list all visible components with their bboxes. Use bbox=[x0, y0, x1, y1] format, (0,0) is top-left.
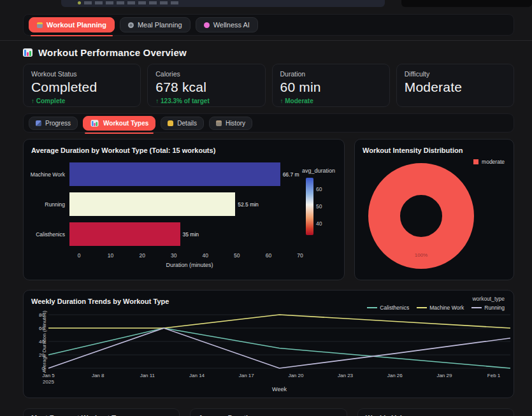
weightlifter-icon bbox=[37, 22, 43, 28]
divider bbox=[0, 40, 532, 41]
side-strip bbox=[401, 0, 532, 7]
stat-delta: ↑ 123.3% of target bbox=[155, 97, 257, 104]
bar-row: Calisthenics35 min bbox=[29, 222, 295, 246]
stat-label: Calories bbox=[155, 70, 257, 78]
donut-chart-panel: Workout Intensity Distribution moderate … bbox=[354, 139, 514, 280]
y-tick-label: 0 bbox=[42, 366, 45, 371]
y-tick-label: 20 bbox=[39, 352, 45, 358]
stat-cards: Workout Status Completed ↑ Complete Calo… bbox=[23, 64, 514, 107]
bar-value-label: 66.7 m bbox=[283, 171, 299, 178]
x-tick-label: Jan 17 bbox=[239, 373, 255, 378]
tab-history[interactable]: History bbox=[209, 117, 252, 130]
bar-chart-icon bbox=[23, 48, 32, 57]
tab-meal-planning[interactable]: Meal Planning bbox=[120, 17, 191, 32]
clipboard-icon bbox=[216, 120, 222, 126]
stat-label: Difficulty bbox=[405, 70, 506, 78]
y-tick-label: 40 bbox=[39, 339, 45, 345]
x-tick-label: 30 bbox=[171, 252, 176, 259]
stat-card-calories: Calories 678 kcal ↑ 123.3% of target bbox=[147, 64, 265, 107]
x-tick-label: Jan 20 bbox=[288, 373, 304, 378]
x-tick-label: Jan 5 bbox=[42, 373, 55, 378]
tab-label: Workout Types bbox=[103, 120, 148, 127]
bar-track: 52.5 min bbox=[69, 192, 291, 216]
bar-calisthenics bbox=[69, 222, 180, 246]
x-tick-label: Jan 29 bbox=[436, 373, 452, 378]
colorbar-tick: 50 bbox=[316, 203, 322, 210]
stat-value: Completed bbox=[31, 80, 133, 95]
tab-label: Wellness AI bbox=[213, 21, 250, 29]
tab-label: History bbox=[226, 120, 245, 127]
bar-machine-work bbox=[69, 162, 280, 186]
tab-workout-types[interactable]: Workout Types bbox=[83, 116, 155, 131]
sub-tab-bar: Progress Workout Types Details History bbox=[23, 113, 514, 133]
colorbar-tick: 60 bbox=[316, 186, 322, 192]
bottom-cards-row: Most Frequent Workout Type Average Durat… bbox=[23, 408, 514, 416]
donut-slice-label: 100% bbox=[415, 252, 428, 258]
bar-rows: Machine Work66.7 mRunning52.5 minCalisth… bbox=[29, 162, 295, 252]
bottom-card: Most Frequent Workout Type bbox=[23, 408, 180, 416]
line-series-machine-work bbox=[48, 315, 510, 328]
x-tick-label: 10 bbox=[108, 252, 113, 259]
bar-value-label: 52.5 min bbox=[238, 201, 259, 208]
bar-track: 35 min bbox=[69, 222, 291, 246]
x-tick-label: Jan 8 bbox=[92, 373, 104, 378]
tab-label: Workout Planning bbox=[47, 21, 106, 29]
y-tick-label: 80 bbox=[39, 312, 45, 318]
stat-card-workout-status: Workout Status Completed ↑ Complete bbox=[23, 64, 141, 107]
colorbar-gradient bbox=[306, 178, 313, 235]
plate-icon bbox=[128, 22, 134, 28]
tab-details[interactable]: Details bbox=[161, 117, 204, 130]
line-chart-panel: Weekly Duration Trends by Workout Type w… bbox=[23, 290, 514, 398]
x-tick-label: 50 bbox=[234, 252, 240, 259]
stat-value: 678 kcal bbox=[155, 80, 257, 95]
bar-chart-panel: Average Duration by Workout Type (Total:… bbox=[23, 139, 345, 280]
page-title: Workout Performance Overview bbox=[38, 47, 187, 58]
bar-x-axis-label: Duration (minutes) bbox=[79, 262, 300, 268]
tab-label: Details bbox=[177, 120, 197, 127]
x-tick-label: Jan 26 bbox=[387, 373, 403, 378]
status-dot-icon bbox=[78, 1, 81, 4]
donut-slice-moderate bbox=[384, 179, 458, 253]
x-tick-label: 40 bbox=[203, 252, 208, 259]
clipped-text bbox=[84, 1, 180, 4]
bar-category-label: Running bbox=[29, 201, 69, 208]
bar-value-label: 35 min bbox=[183, 231, 199, 238]
stat-card-difficulty: Difficulty Moderate bbox=[396, 64, 514, 107]
stat-label: Duration bbox=[280, 70, 382, 78]
brain-icon bbox=[204, 22, 210, 28]
main-tab-bar: Workout Planning Meal Planning Wellness … bbox=[23, 14, 514, 36]
bottom-card: Weekly Volume bbox=[357, 408, 514, 416]
x-tick-label: 70 bbox=[297, 252, 303, 259]
bar-running bbox=[69, 192, 235, 216]
tab-progress[interactable]: Progress bbox=[29, 117, 78, 130]
x-tick-label: 20 bbox=[139, 252, 145, 259]
tab-label: Meal Planning bbox=[138, 21, 182, 29]
bar-row: Machine Work66.7 m bbox=[29, 162, 295, 186]
stat-delta: ↑ Moderate bbox=[280, 97, 382, 104]
bar-category-label: Calisthenics bbox=[29, 231, 69, 238]
bar-row: Running52.5 min bbox=[29, 192, 295, 216]
colorbar-ticks: 60 50 40 bbox=[316, 178, 329, 235]
x-tick-label: 60 bbox=[266, 252, 271, 259]
x-tick-sublabel: 2025 bbox=[43, 379, 54, 385]
tab-wellness-ai[interactable]: Wellness AI bbox=[196, 17, 258, 32]
chat-message-strip bbox=[61, 0, 385, 7]
progress-chart-icon bbox=[36, 120, 41, 126]
x-tick-label: Feb 1 bbox=[487, 373, 501, 378]
donut-chart: 100% bbox=[355, 140, 515, 281]
tab-label: Progress bbox=[45, 120, 71, 127]
stat-delta: ↑ Complete bbox=[31, 97, 133, 104]
stat-value: 60 min bbox=[280, 80, 382, 95]
line-chart: 020406080Jan 52025Jan 8Jan 11Jan 14Jan 1… bbox=[24, 290, 515, 399]
stat-card-duration: Duration 60 min ↑ Moderate bbox=[272, 64, 390, 107]
x-axis-label: Week bbox=[272, 386, 287, 392]
x-tick-label: Jan 14 bbox=[189, 373, 205, 378]
bar-category-label: Machine Work bbox=[29, 171, 69, 178]
y-tick-label: 60 bbox=[39, 326, 45, 331]
colorbar-title: avg_duration bbox=[302, 168, 335, 174]
tab-workout-planning[interactable]: Workout Planning bbox=[29, 17, 115, 32]
x-tick-label: 0 bbox=[78, 252, 81, 259]
bar-x-axis: 010203040506070 bbox=[79, 252, 300, 260]
page-header: Workout Performance Overview bbox=[23, 47, 187, 58]
stat-label: Workout Status bbox=[31, 70, 133, 78]
